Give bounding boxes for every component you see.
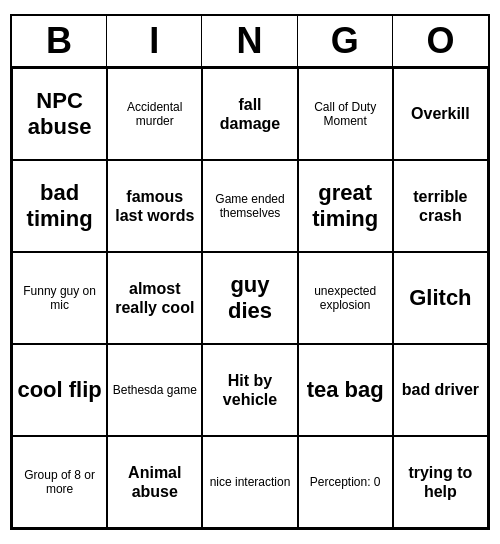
bingo-cell-24[interactable]: trying to help — [393, 436, 488, 528]
bingo-cell-20[interactable]: Group of 8 or more — [12, 436, 107, 528]
bingo-cell-7[interactable]: Game ended themselves — [202, 160, 297, 252]
bingo-grid: NPC abuseAccidental murderfall damageCal… — [12, 68, 488, 528]
bingo-cell-17[interactable]: Hit by vehicle — [202, 344, 297, 436]
bingo-cell-12[interactable]: guy dies — [202, 252, 297, 344]
bingo-cell-text-0: NPC abuse — [17, 88, 102, 141]
bingo-cell-1[interactable]: Accidental murder — [107, 68, 202, 160]
bingo-cell-2[interactable]: fall damage — [202, 68, 297, 160]
header-letter-G: G — [298, 16, 393, 66]
bingo-cell-13[interactable]: unexpected explosion — [298, 252, 393, 344]
bingo-cell-21[interactable]: Animal abuse — [107, 436, 202, 528]
bingo-cell-text-16: Bethesda game — [113, 383, 197, 397]
bingo-cell-5[interactable]: bad timing — [12, 160, 107, 252]
bingo-cell-22[interactable]: nice interaction — [202, 436, 297, 528]
bingo-cell-text-2: fall damage — [207, 95, 292, 133]
header-letter-N: N — [202, 16, 297, 66]
bingo-cell-text-11: almost really cool — [112, 279, 197, 317]
bingo-cell-0[interactable]: NPC abuse — [12, 68, 107, 160]
bingo-cell-text-22: nice interaction — [210, 475, 291, 489]
bingo-cell-text-10: Funny guy on mic — [17, 284, 102, 313]
bingo-cell-16[interactable]: Bethesda game — [107, 344, 202, 436]
bingo-cell-text-8: great timing — [303, 180, 388, 233]
bingo-cell-text-15: cool flip — [17, 377, 101, 403]
bingo-cell-text-20: Group of 8 or more — [17, 468, 102, 497]
bingo-cell-3[interactable]: Call of Duty Moment — [298, 68, 393, 160]
bingo-cell-text-13: unexpected explosion — [303, 284, 388, 313]
bingo-cell-text-6: famous last words — [112, 187, 197, 225]
bingo-cell-text-24: trying to help — [398, 463, 483, 501]
bingo-cell-23[interactable]: Perception: 0 — [298, 436, 393, 528]
bingo-cell-text-5: bad timing — [17, 180, 102, 233]
header-letter-O: O — [393, 16, 488, 66]
bingo-cell-text-1: Accidental murder — [112, 100, 197, 129]
bingo-cell-text-19: bad driver — [402, 380, 479, 399]
bingo-cell-4[interactable]: Overkill — [393, 68, 488, 160]
bingo-card: BINGO NPC abuseAccidental murderfall dam… — [10, 14, 490, 530]
bingo-cell-text-4: Overkill — [411, 104, 470, 123]
bingo-cell-18[interactable]: tea bag — [298, 344, 393, 436]
bingo-cell-text-18: tea bag — [307, 377, 384, 403]
header-letter-B: B — [12, 16, 107, 66]
bingo-cell-8[interactable]: great timing — [298, 160, 393, 252]
bingo-cell-text-7: Game ended themselves — [207, 192, 292, 221]
bingo-cell-text-21: Animal abuse — [112, 463, 197, 501]
bingo-header: BINGO — [12, 16, 488, 68]
bingo-cell-15[interactable]: cool flip — [12, 344, 107, 436]
bingo-cell-text-14: Glitch — [409, 285, 471, 311]
bingo-cell-text-17: Hit by vehicle — [207, 371, 292, 409]
bingo-cell-text-9: terrible crash — [398, 187, 483, 225]
header-letter-I: I — [107, 16, 202, 66]
bingo-cell-text-3: Call of Duty Moment — [303, 100, 388, 129]
bingo-cell-19[interactable]: bad driver — [393, 344, 488, 436]
bingo-cell-text-12: guy dies — [207, 272, 292, 325]
bingo-cell-11[interactable]: almost really cool — [107, 252, 202, 344]
bingo-cell-14[interactable]: Glitch — [393, 252, 488, 344]
bingo-cell-text-23: Perception: 0 — [310, 475, 381, 489]
bingo-cell-10[interactable]: Funny guy on mic — [12, 252, 107, 344]
bingo-cell-6[interactable]: famous last words — [107, 160, 202, 252]
bingo-cell-9[interactable]: terrible crash — [393, 160, 488, 252]
